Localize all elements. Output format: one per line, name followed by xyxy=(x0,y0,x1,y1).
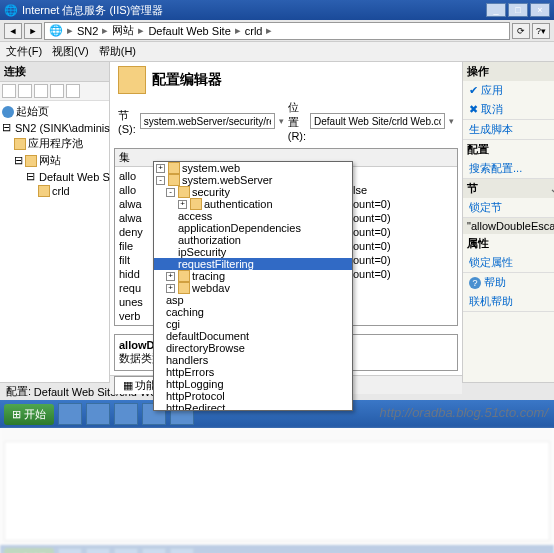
minimize-button[interactable]: _ xyxy=(486,3,506,17)
attr-header: 属性 xyxy=(463,234,554,253)
action-apply[interactable]: ✔应用 xyxy=(463,81,554,100)
grid-row[interactable]: verb xyxy=(119,309,153,323)
grid-value: ount=0) xyxy=(353,267,391,281)
help-dropdown[interactable]: ?▾ xyxy=(532,23,550,39)
section-item[interactable]: access xyxy=(154,210,352,222)
action-help[interactable]: ?帮助 xyxy=(463,273,554,292)
attr-group-header: "allowDoubleEscaping"⌄ xyxy=(463,218,554,234)
grid-row[interactable]: alwa xyxy=(119,197,153,211)
title-bar: 🌐 Internet 信息服务 (IIS)管理器 _ □ × xyxy=(0,0,554,20)
grid-value: ount=0) xyxy=(353,197,391,211)
property-grid: 集 allo allo alwa alwa deny file filt hid… xyxy=(114,148,458,326)
grid-row[interactable]: requ xyxy=(119,281,153,295)
tree-item[interactable]: crld xyxy=(2,184,107,198)
tree-item[interactable]: ⊟SN2 (SINK\administrator) xyxy=(2,120,107,135)
section-item[interactable]: handlers xyxy=(154,354,352,366)
actions-header: 操作 xyxy=(463,62,554,81)
section-label: 节(S): xyxy=(118,108,136,135)
status-config-label: 配置: xyxy=(6,384,31,399)
watermark-text: http://oradba.blog.51cto.com/ xyxy=(380,405,548,420)
tree-item[interactable]: ⊟Default Web Site xyxy=(2,169,107,184)
action-gen-script[interactable]: 生成脚本 xyxy=(463,120,554,139)
connections-tree: 起始页 ⊟SN2 (SINK\administrator) 应用程序池 ⊟网站 … xyxy=(0,101,109,200)
grid-row[interactable]: file xyxy=(119,239,153,253)
section-item[interactable]: httpLogging xyxy=(154,378,352,390)
tree-item[interactable]: ⊟网站 xyxy=(2,152,107,169)
section-item[interactable]: applicationDependencies xyxy=(154,222,352,234)
window-title: Internet 信息服务 (IIS)管理器 xyxy=(22,3,163,18)
center-panel: 配置编辑器 节(S): ▾ 位置(R): ▾ 集 allo allo alwa … xyxy=(110,62,462,382)
task-item[interactable] xyxy=(86,403,110,425)
grid-value: ount=0) xyxy=(353,225,391,239)
task-item[interactable] xyxy=(114,403,138,425)
grid-row[interactable]: allo xyxy=(119,169,153,183)
from-label: 位置(R): xyxy=(288,100,306,142)
section-item[interactable]: +tracing xyxy=(154,270,352,282)
toolbar-icon[interactable] xyxy=(34,84,48,98)
section-item-selected[interactable]: requestFiltering xyxy=(154,258,352,270)
tree-item[interactable]: 应用程序池 xyxy=(2,135,107,152)
section-item[interactable]: -security xyxy=(154,186,352,198)
section-item[interactable]: -system.webServer xyxy=(154,174,352,186)
config-editor-icon xyxy=(118,66,146,94)
forward-button[interactable]: ► xyxy=(24,23,42,39)
menu-help[interactable]: 帮助(H) xyxy=(99,44,136,59)
grid-value: ount=0) xyxy=(353,253,391,267)
breadcrumb[interactable]: 🌐 ▸ SN2 ▸ 网站 ▸ Default Web Site ▸ crld ▸ xyxy=(44,22,510,40)
config-section-header: 配置 xyxy=(463,140,554,159)
grid-row[interactable]: allo xyxy=(119,183,153,197)
close-button[interactable]: × xyxy=(530,3,550,17)
refresh-icon[interactable]: ⟳ xyxy=(512,23,530,39)
menu-bar: 文件(F) 视图(V) 帮助(H) xyxy=(0,42,554,62)
back-button[interactable]: ◄ xyxy=(4,23,22,39)
grid-row[interactable]: deny xyxy=(119,225,153,239)
section-item[interactable]: directoryBrowse xyxy=(154,342,352,354)
menu-view[interactable]: 视图(V) xyxy=(52,44,89,59)
breadcrumb-bar: ◄ ► 🌐 ▸ SN2 ▸ 网站 ▸ Default Web Site ▸ cr… xyxy=(0,20,554,42)
section-group-header: 节⌄ xyxy=(463,179,554,198)
dropdown-icon[interactable]: ▾ xyxy=(449,116,454,126)
connections-toolbar xyxy=(0,82,109,101)
section-input[interactable] xyxy=(140,113,275,129)
section-item[interactable]: cgi xyxy=(154,318,352,330)
action-search-config[interactable]: 搜索配置... xyxy=(463,159,554,178)
connections-header: 连接 xyxy=(0,62,109,82)
grid-row[interactable]: alwa xyxy=(119,211,153,225)
action-cancel[interactable]: ✖取消 xyxy=(463,100,554,119)
connections-panel: 连接 起始页 ⊟SN2 (SINK\administrator) 应用程序池 ⊟… xyxy=(0,62,110,382)
grid-value: ount=0) xyxy=(353,211,391,225)
grid-row[interactable]: unes xyxy=(119,295,153,309)
section-item[interactable]: httpErrors xyxy=(154,366,352,378)
grid-value: lse xyxy=(353,183,391,197)
section-item[interactable]: +webdav xyxy=(154,282,352,294)
action-lock-attr[interactable]: 锁定属性 xyxy=(463,253,554,272)
section-item[interactable]: asp xyxy=(154,294,352,306)
toolbar-icon[interactable] xyxy=(66,84,80,98)
start-button[interactable]: ⊞开始 xyxy=(4,404,54,425)
section-item[interactable]: +system.web xyxy=(154,162,352,174)
toolbar-icon[interactable] xyxy=(2,84,16,98)
toolbar-icon[interactable] xyxy=(50,84,64,98)
action-online-help[interactable]: 联机帮助 xyxy=(463,292,554,311)
section-item[interactable]: httpRedirect xyxy=(154,402,352,411)
actions-panel: 操作 ✔应用 ✖取消 生成脚本 配置 搜索配置... 节⌄ 锁定节 "allow… xyxy=(462,62,554,382)
section-item[interactable]: defaultDocument xyxy=(154,330,352,342)
section-item[interactable]: ipSecurity xyxy=(154,246,352,258)
app-icon: 🌐 xyxy=(4,4,18,17)
section-item[interactable]: httpProtocol xyxy=(154,390,352,402)
section-item[interactable]: authorization xyxy=(154,234,352,246)
section-item[interactable]: +authentication xyxy=(154,198,352,210)
dropdown-icon[interactable]: ▾ xyxy=(279,116,284,126)
grid-row[interactable]: filt xyxy=(119,253,153,267)
action-lock-section[interactable]: 锁定节 xyxy=(463,198,554,217)
section-dropdown[interactable]: +system.web -system.webServer -security … xyxy=(153,161,353,411)
tree-item[interactable]: 起始页 xyxy=(2,103,107,120)
page-title: 配置编辑器 xyxy=(152,71,222,89)
task-item[interactable] xyxy=(58,403,82,425)
from-input[interactable] xyxy=(310,113,445,129)
maximize-button[interactable]: □ xyxy=(508,3,528,17)
section-item[interactable]: caching xyxy=(154,306,352,318)
grid-row[interactable]: hidd xyxy=(119,267,153,281)
toolbar-icon[interactable] xyxy=(18,84,32,98)
menu-file[interactable]: 文件(F) xyxy=(6,44,42,59)
